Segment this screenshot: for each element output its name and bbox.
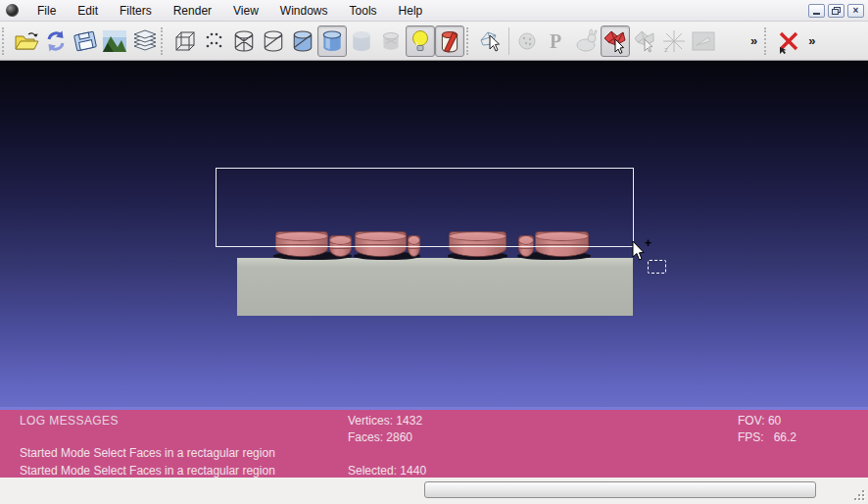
- meshlab-logo-icon: [6, 4, 19, 17]
- minimize-icon: [813, 13, 820, 15]
- faces-count: Faces: 2860: [348, 430, 412, 444]
- window-controls: ×: [808, 4, 868, 18]
- layers-icon: [130, 28, 158, 54]
- points-icon: [203, 29, 226, 53]
- toolbar-grip[interactable]: [161, 27, 168, 55]
- pick-points-button: P: [542, 25, 571, 57]
- menu-file[interactable]: File: [26, 1, 67, 21]
- menu-tools[interactable]: Tools: [339, 1, 388, 21]
- align-button: [571, 25, 601, 57]
- svg-text:P: P: [550, 30, 561, 52]
- bounding-box-button[interactable]: [170, 25, 200, 57]
- layers-button[interactable]: [129, 25, 159, 57]
- hidden-lines-button[interactable]: [259, 25, 288, 57]
- flat-lines-button[interactable]: [288, 25, 317, 57]
- clear-selection-button[interactable]: [774, 25, 803, 57]
- cursor-plus-icon: +: [645, 236, 651, 250]
- manipulator-button[interactable]: [476, 25, 506, 57]
- open-button[interactable]: [12, 25, 41, 57]
- bounding-box-icon: [173, 29, 197, 53]
- wireframe-button[interactable]: [229, 25, 259, 57]
- save-button[interactable]: [71, 25, 100, 57]
- toolbar-separator: [508, 27, 509, 55]
- pick-points-p-icon: P: [545, 28, 568, 54]
- restore-icon: [832, 7, 841, 15]
- fov-value: FOV: 60: [738, 414, 781, 428]
- toolbar-overflow-chevron[interactable]: »: [746, 33, 762, 48]
- close-icon: ×: [853, 6, 859, 16]
- toolbar-overflow-chevron-2[interactable]: »: [803, 33, 820, 48]
- selected-count: Selected: 1440: [348, 464, 426, 478]
- vertex-paint-icon: [515, 29, 539, 53]
- select-faces-rect-button[interactable]: [601, 25, 630, 57]
- hidden-lines-icon: [262, 29, 285, 53]
- backface-culling-icon: [438, 28, 461, 54]
- svg-text:z: z: [664, 45, 668, 54]
- open-folder-icon: [14, 29, 39, 53]
- select-faces-rect-icon: [603, 28, 628, 54]
- light-button[interactable]: [406, 25, 435, 57]
- clear-selection-x-icon: [776, 28, 801, 54]
- menu-filters[interactable]: Filters: [109, 1, 163, 21]
- menu-help[interactable]: Help: [388, 1, 434, 21]
- reload-button[interactable]: [41, 25, 71, 57]
- vertex-paint-button: [512, 25, 542, 57]
- toolbar: P z »: [0, 22, 868, 61]
- selection-rectangle: [216, 168, 634, 247]
- vertices-count: Vertices: 1432: [348, 414, 422, 428]
- smooth-button[interactable]: [317, 25, 347, 57]
- texture-button: [376, 25, 406, 57]
- mesh-slab[interactable]: [237, 258, 633, 316]
- fps-value: FPS: 66.2: [738, 430, 796, 444]
- flat-button: [347, 25, 376, 57]
- toolbar-grip[interactable]: [2, 27, 9, 55]
- resize-grip-icon[interactable]: [854, 490, 864, 500]
- progress-bar: [424, 481, 816, 498]
- minimize-button[interactable]: [808, 4, 825, 18]
- reload-icon: [44, 29, 68, 53]
- toolbar-grip[interactable]: [764, 27, 771, 55]
- select-vertices-button: [630, 25, 659, 57]
- cursor-marquee-icon: [648, 260, 666, 274]
- flat-icon: [350, 29, 373, 53]
- texture-icon: [379, 29, 403, 53]
- edit-extra-icon: [691, 29, 716, 53]
- restore-button[interactable]: [828, 4, 844, 18]
- menu-edit[interactable]: Edit: [67, 1, 109, 21]
- status-bar: [0, 478, 868, 504]
- close-button[interactable]: ×: [847, 4, 864, 18]
- menu-bar: File Edit Filters Render View Windows To…: [0, 0, 868, 22]
- wireframe-icon: [232, 29, 256, 53]
- select-vertices-icon: [632, 28, 657, 54]
- translate-z-axis-icon: z: [661, 28, 687, 54]
- menu-render[interactable]: Render: [163, 1, 222, 21]
- log-panel: LOG MESSAGES Vertices: 1432 Faces: 2860 …: [0, 407, 868, 478]
- manipulator-cursor-icon: [478, 28, 504, 54]
- translate-z-button: z: [659, 25, 689, 57]
- log-message: Started Mode Select Faces in a rectagula…: [20, 446, 275, 460]
- snapshot-icon: [102, 29, 127, 53]
- menu-windows[interactable]: Windows: [269, 1, 339, 21]
- snapshot-button[interactable]: [100, 25, 129, 57]
- flat-lines-icon: [291, 29, 314, 53]
- log-message: Started Mode Select Faces in a rectagula…: [20, 464, 275, 478]
- backface-culling-button[interactable]: [435, 25, 464, 57]
- log-panel-title: LOG MESSAGES: [20, 414, 119, 428]
- save-floppy-icon: [72, 29, 98, 53]
- edit-extra-button: [689, 25, 718, 57]
- light-bulb-icon: [409, 28, 432, 54]
- smooth-icon: [320, 29, 344, 53]
- toolbar-grip[interactable]: [466, 27, 473, 55]
- align-bunny-icon: [573, 28, 599, 54]
- menu-view[interactable]: View: [222, 1, 269, 21]
- viewport-3d[interactable]: +: [0, 61, 868, 407]
- points-button[interactable]: [200, 25, 229, 57]
